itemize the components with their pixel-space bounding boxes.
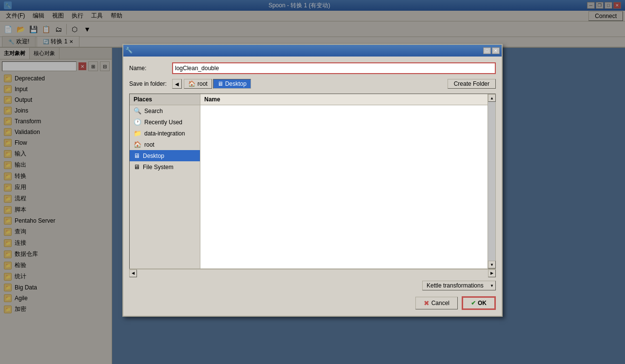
crumb-root[interactable]: 🏠 root [184,79,212,89]
save-dialog: 🔧 □ ✕ Name: Save in folder: ◀ [122,44,503,317]
places-desktop[interactable]: 🖥 Desktop [130,150,200,161]
ok-icon: ✔ [471,300,476,307]
create-folder-btn[interactable]: Create Folder [448,79,496,89]
crumb-desktop-label: Desktop [225,80,247,87]
folder-label: Save in folder: [129,80,168,87]
crumb-root-label: root [197,80,208,87]
places-data-integration-label: data-integration [144,130,185,137]
places-recently-label: Recently Used [144,119,182,126]
cancel-button[interactable]: ✖ Cancel [415,297,458,309]
name-content-empty [200,105,488,113]
name-panel: Name [200,94,488,268]
crumb-desktop[interactable]: 🖥 Desktop [213,79,251,89]
dialog-content: Name: Save in folder: ◀ 🏠 root 🖥 D [123,57,502,316]
cancel-label: Cancel [431,300,449,307]
h-scroll-left-btn[interactable]: ◀ [129,269,137,277]
name-input[interactable] [172,62,496,74]
file-type-wrapper: Kettle transformations [422,281,496,290]
name-row: Name: [129,62,496,74]
file-browser: Places 🔍 Search 🕐 Recently Used 📁 data-i… [129,94,496,269]
root-icon: 🏠 [134,141,141,148]
file-type-row: Kettle transformations [129,281,496,290]
dialog-maximize-btn[interactable]: □ [483,47,491,54]
name-column-header: Name [200,94,488,105]
dialog-close-btn[interactable]: ✕ [492,47,500,54]
dialog-title-icon: 🔧 [125,47,133,55]
h-scroll-track[interactable] [137,269,488,277]
scroll-down-btn[interactable]: ▼ [488,261,496,268]
dialog-overlay: 🔧 □ ✕ Name: Save in folder: ◀ [0,0,625,364]
h-scroll-right-btn[interactable]: ▶ [488,269,496,277]
ok-button[interactable]: ✔ OK [462,296,496,310]
nav-back-btn[interactable]: ◀ [172,79,182,89]
crumb-root-icon: 🏠 [188,80,195,87]
scrollbar-track: ▲ ▼ [488,94,495,268]
search-icon: 🔍 [134,107,141,115]
places-root[interactable]: 🏠 root [130,139,200,150]
places-filesystem-label: File System [143,164,174,171]
dialog-buttons: ✖ Cancel ✔ OK [129,296,496,310]
dialog-title-controls: □ ✕ [483,47,500,54]
places-header: Places [130,94,200,105]
scroll-up-btn[interactable]: ▲ [488,94,496,102]
crumb-desktop-icon: 🖥 [217,80,223,87]
file-type-select[interactable]: Kettle transformations [422,281,496,290]
folder-row: Save in folder: ◀ 🏠 root 🖥 Desktop Crea [129,79,496,89]
data-integration-icon: 📁 [134,130,141,137]
places-search-label: Search [144,108,163,115]
places-filesystem[interactable]: 🖥 File System [130,161,200,172]
scrollbar-thumb[interactable] [488,102,495,261]
places-search[interactable]: 🔍 Search [130,105,200,116]
h-scrollbar: ◀ ▶ [129,269,496,277]
cancel-icon: ✖ [424,299,430,307]
places-recently-used[interactable]: 🕐 Recently Used [130,116,200,128]
breadcrumb: 🏠 root 🖥 Desktop [184,79,251,89]
places-panel: Places 🔍 Search 🕐 Recently Used 📁 data-i… [130,94,200,268]
filesystem-icon: 🖥 [134,163,140,171]
recently-used-icon: 🕐 [134,118,141,126]
dialog-title-bar: 🔧 □ ✕ [123,45,502,57]
name-label: Name: [129,65,168,72]
desktop-icon: 🖥 [134,152,140,159]
breadcrumb-row: ◀ 🏠 root 🖥 Desktop Create Folder [172,79,496,89]
ok-label: OK [478,300,487,307]
places-data-integration[interactable]: 📁 data-integration [130,128,200,139]
places-desktop-label: Desktop [143,153,164,159]
places-root-label: root [144,141,155,148]
